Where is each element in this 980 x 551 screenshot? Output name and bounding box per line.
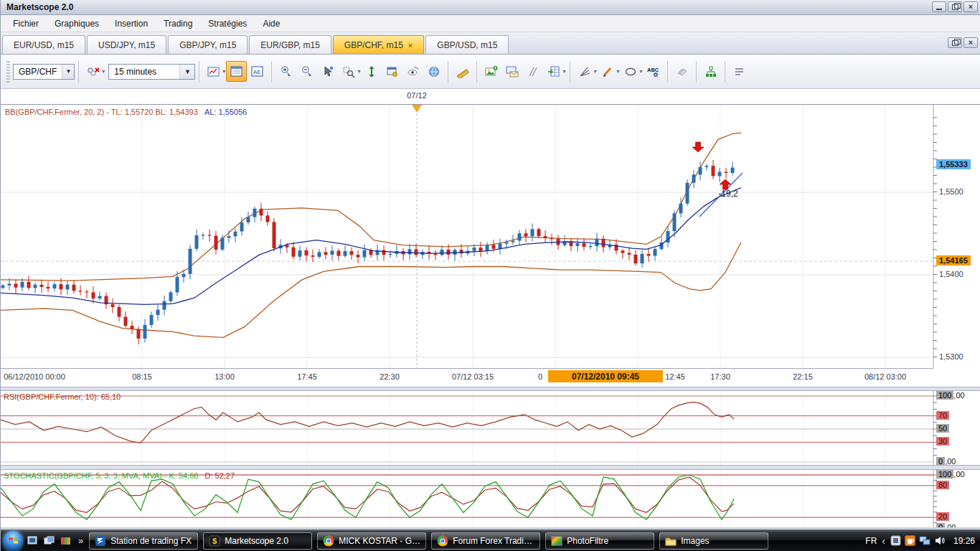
java-icon[interactable] [905, 535, 915, 546]
menu-item-insertion[interactable]: Insertion [107, 17, 156, 31]
tab-eur-usd-m15[interactable]: EUR/USD, m15 [2, 35, 85, 54]
unlink-button[interactable] [83, 61, 103, 82]
text-tool-button[interactable]: ABC [643, 61, 664, 82]
add-image-button[interactable] [481, 61, 501, 82]
menu-item-stratégies[interactable]: Stratégies [200, 17, 255, 31]
window-switcher-icon[interactable] [44, 536, 55, 546]
rsi-chart[interactable] [1, 391, 980, 465]
chevron-down-icon[interactable]: ▾ [102, 68, 105, 75]
taskbar-button-photofiltre[interactable]: PhotoFiltre [545, 532, 654, 550]
period-select[interactable]: 15 minutes ▼ [108, 64, 195, 80]
media-icon[interactable] [60, 536, 72, 546]
tab-label: GBP/CHF, m15 [344, 40, 403, 50]
time-axis-label: 17:45 [297, 372, 317, 381]
line-tools-button[interactable] [574, 61, 595, 82]
taskbar-button-images[interactable]: Images [659, 532, 768, 550]
shape-tool-button[interactable] [620, 61, 641, 82]
volume-icon[interactable] [934, 535, 946, 546]
zoom-in-button[interactable] [275, 61, 296, 82]
network-icon[interactable] [919, 535, 930, 546]
toolbar-options-button[interactable] [729, 61, 750, 82]
chart-type-button[interactable] [203, 61, 224, 82]
menu-item-graphiques[interactable]: Graphiques [47, 17, 107, 31]
menu-item-aide[interactable]: Aide [255, 17, 288, 31]
chrome-icon [323, 535, 334, 547]
pencil-tool-button[interactable] [597, 61, 618, 82]
restore-icon [952, 4, 958, 10]
add-image-icon [485, 65, 498, 78]
import-table-icon [547, 65, 560, 78]
period-value: 15 minutes [109, 67, 179, 77]
system-tray: FR ‹ 19:26 [865, 535, 980, 547]
measure-button[interactable] [452, 61, 473, 82]
show-desktop-icon[interactable] [27, 536, 39, 546]
time-axis-label: 12:45 [665, 372, 685, 381]
tab-usd-jpy-m15[interactable]: USD/JPY, m15 [87, 35, 166, 54]
tray-app-icon[interactable] [890, 535, 901, 546]
import-table-button[interactable] [543, 61, 564, 82]
taskbar: » Station de trading FX$Marketscope 2.0M… [1, 529, 980, 551]
taskbar-button-label: Station de trading FX [110, 536, 192, 546]
time-axis-label: 07/12 03:15 [452, 372, 494, 381]
close-button[interactable]: × [963, 1, 978, 12]
close-icon: × [969, 3, 973, 11]
taskbar-button-station-de-trading-fx[interactable]: Station de trading FX [89, 532, 198, 550]
chevron-down-icon[interactable]: ▼ [62, 65, 74, 79]
parallel-lines-button[interactable] [522, 61, 543, 82]
taskbar-button-marketscope-2-0[interactable]: $Marketscope 2.0 [203, 532, 312, 550]
toolbar-grip[interactable] [6, 61, 10, 83]
ellipse-icon [624, 65, 637, 78]
chevron-down-icon[interactable]: ▾ [616, 68, 619, 75]
zoom-selection-button[interactable] [338, 61, 359, 82]
window-key-icon [386, 65, 399, 78]
menu-item-trading[interactable]: Trading [156, 17, 200, 31]
indicator-axis-label: 50 [936, 424, 949, 433]
marketscope-window: Marketscope 2.0 × FichierGraphiquesInser… [0, 0, 980, 551]
taskbar-button-label: Marketscope 2.0 [225, 536, 288, 546]
menu-item-fichier[interactable]: Fichier [5, 17, 47, 31]
start-button[interactable] [3, 531, 23, 551]
chart-close-button[interactable]: × [963, 37, 978, 48]
taskbar-button-mick-kostar-go-[interactable]: MICK KOSTAR - Go... [317, 532, 426, 550]
web-button[interactable] [423, 61, 444, 82]
task-buttons: Station de trading FX$Marketscope 2.0MIC… [89, 532, 768, 550]
symbol-select[interactable]: GBP/CHF ▼ [13, 64, 75, 80]
eraser-button[interactable] [672, 61, 692, 82]
tray-expand-chevron[interactable]: ‹ [882, 535, 885, 547]
window-properties-button[interactable] [382, 61, 402, 82]
tab-gbp-jpy-m15[interactable]: GBP/JPY, m15 [168, 35, 248, 54]
chart-maximize-button[interactable] [948, 37, 962, 48]
chevron-down-icon[interactable]: ▾ [639, 68, 642, 75]
panel-splitter[interactable] [1, 465, 980, 470]
tab-label: GBP/JPY, m15 [179, 40, 236, 50]
taskbar-button-forum-forex-tradin-[interactable]: Forum Forex Tradin... [431, 532, 540, 550]
chevron-down-icon[interactable]: ▾ [562, 68, 565, 75]
tab-gbp-usd-m15[interactable]: GBP/USD, m15 [425, 35, 509, 54]
visibility-button[interactable] [402, 61, 423, 82]
indicator-axis-label: 30 [936, 437, 949, 446]
fit-vertical-button[interactable] [361, 61, 382, 82]
time-axis-label: 17:30 [710, 372, 730, 381]
chevron-down-icon[interactable]: ▼ [179, 65, 194, 79]
maximize-icon [952, 40, 958, 46]
chevron-down-icon[interactable]: ▾ [593, 68, 596, 75]
chevron-down-icon[interactable]: ▾ [222, 68, 225, 75]
hierarchy-button[interactable] [700, 61, 721, 82]
minimize-button[interactable] [932, 1, 946, 12]
pointer-tool-button[interactable] [317, 61, 338, 82]
parallel-lines-icon [527, 65, 540, 78]
send-chart-button[interactable] [501, 61, 522, 82]
tab-eur-gbp-m15[interactable]: EUR/GBP, m15 [249, 35, 331, 54]
text-view-button[interactable]: AE [247, 61, 268, 82]
language-indicator[interactable]: FR [865, 536, 877, 546]
main-price-chart[interactable]: -19,2 [1, 105, 980, 369]
quick-launch-overflow-chevron[interactable]: » [78, 535, 83, 546]
window-title: Marketscope 2.0 [6, 2, 73, 12]
table-view-button[interactable] [226, 61, 247, 82]
tab-gbp-chf-m15[interactable]: GBP/CHF, m15× [333, 35, 424, 54]
pointer-tool-icon [321, 65, 334, 78]
tab-close-icon[interactable]: × [408, 41, 413, 50]
restore-button[interactable] [948, 1, 962, 12]
zoom-out-button[interactable] [296, 61, 317, 82]
chevron-down-icon[interactable]: ▾ [357, 68, 360, 75]
